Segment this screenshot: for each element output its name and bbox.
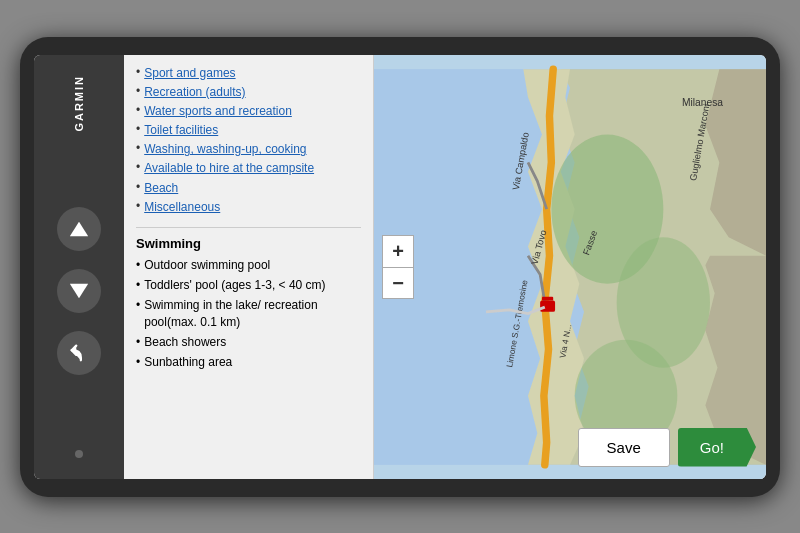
go-button[interactable]: Go! (678, 428, 756, 467)
list-item[interactable]: • Water sports and recreation (136, 103, 361, 119)
list-item[interactable]: • Available to hire at the campsite (136, 160, 361, 176)
svg-marker-0 (70, 221, 88, 236)
list-item[interactable]: • Toilet facilities (136, 122, 361, 138)
list-item[interactable]: • Washing, washing-up, cooking (136, 141, 361, 157)
content-panel: • Sport and games • Recreation (adults) … (124, 55, 374, 479)
sidebar: GARMIN (34, 55, 124, 479)
list-item[interactable]: • Miscellaneous (136, 199, 361, 215)
swimming-item-1: • Outdoor swimming pool (136, 257, 361, 273)
zoom-in-button[interactable]: + (382, 235, 414, 267)
list-item[interactable]: • Sport and games (136, 65, 361, 81)
map-area: Milanesa Via Campaldo Via Tovo Fasse Gug… (374, 55, 766, 479)
swimming-title: Swimming (136, 236, 361, 251)
link-sport[interactable]: Sport and games (144, 65, 235, 81)
swimming-item-2: • Toddlers' pool (ages 1-3, < 40 cm) (136, 277, 361, 293)
up-button[interactable] (57, 207, 101, 251)
link-washing[interactable]: Washing, washing-up, cooking (144, 141, 306, 157)
garmin-device: GARMIN • (20, 37, 780, 497)
save-button[interactable]: Save (578, 428, 670, 467)
list-item[interactable]: • Beach (136, 180, 361, 196)
svg-marker-1 (70, 283, 88, 298)
list-item[interactable]: • Recreation (adults) (136, 84, 361, 100)
zoom-out-button[interactable]: − (382, 267, 414, 299)
swimming-item-3: • Swimming in the lake/ recreation pool(… (136, 297, 361, 329)
swimming-item-4: • Beach showers (136, 334, 361, 350)
nav-buttons (57, 207, 101, 375)
link-beach[interactable]: Beach (144, 180, 178, 196)
svg-rect-18 (542, 296, 553, 300)
link-hire[interactable]: Available to hire at the campsite (144, 160, 314, 176)
links-section: • Sport and games • Recreation (adults) … (136, 65, 361, 216)
link-recreation[interactable]: Recreation (adults) (144, 84, 245, 100)
link-toilet[interactable]: Toilet facilities (144, 122, 218, 138)
device-screen: GARMIN • (34, 55, 766, 479)
garmin-logo: GARMIN (73, 75, 85, 132)
link-watersports[interactable]: Water sports and recreation (144, 103, 292, 119)
swimming-section: Swimming • Outdoor swimming pool • Toddl… (136, 227, 361, 370)
map-svg: Milanesa Via Campaldo Via Tovo Fasse Gug… (374, 55, 766, 479)
down-button[interactable] (57, 269, 101, 313)
back-button[interactable] (57, 331, 101, 375)
swimming-item-5: • Sunbathing area (136, 354, 361, 370)
map-controls: + − (382, 235, 414, 299)
action-buttons: Save Go! (578, 428, 756, 467)
side-indicator (75, 450, 83, 458)
svg-rect-17 (540, 300, 555, 311)
link-misc[interactable]: Miscellaneous (144, 199, 220, 215)
